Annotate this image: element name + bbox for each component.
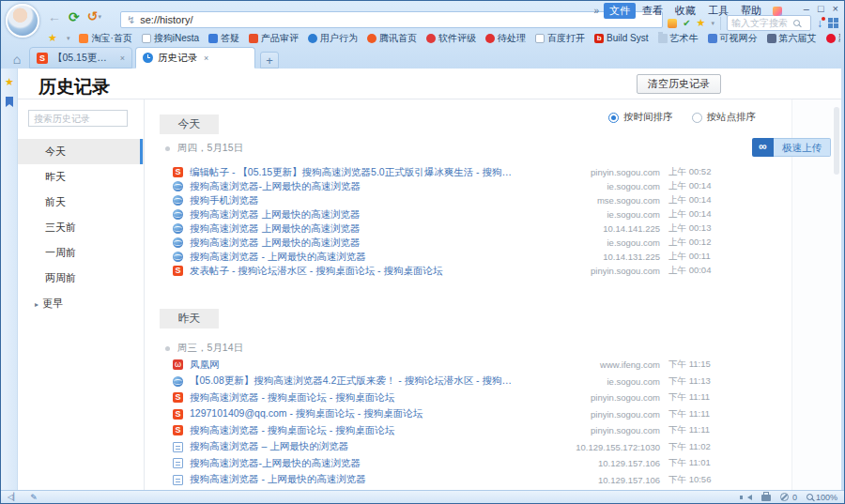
bookmark-flag-icon[interactable]: [6, 97, 13, 107]
history-row[interactable]: 搜狗高速浏览器-上网最快的高速浏览器10.129.157.106下午 11:01: [173, 455, 729, 472]
menu-item-帮助[interactable]: 帮助: [735, 3, 767, 19]
address-bar[interactable]: ↯ se://history/: [120, 11, 663, 28]
feedback-icon[interactable]: ✎: [30, 493, 38, 502]
expand-arrow-icon[interactable]: ▸: [35, 300, 38, 309]
bookmark-item[interactable]: 待处理: [485, 32, 526, 45]
refresh-icon[interactable]: ⟳: [69, 9, 80, 24]
sidebar-item-今天[interactable]: 今天: [18, 139, 144, 164]
sidebar-item-更早[interactable]: ▸更早: [18, 291, 144, 316]
history-row[interactable]: 搜狗高速浏览器 上网最快的高速浏览器ie.sogou.com上午 00:14: [173, 207, 729, 221]
toolbar-search-input[interactable]: [731, 18, 793, 28]
bookmark-item[interactable]: 答疑: [208, 32, 239, 45]
download-manager-icon[interactable]: ↓: [817, 18, 822, 29]
bookmark-item[interactable]: 第六届艾: [767, 32, 817, 45]
history-row[interactable]: ω凤凰网www.ifeng.com下午 11:15: [173, 357, 729, 374]
download-tray-icon[interactable]: [761, 495, 771, 501]
history-title-link[interactable]: 搜狗高速浏览器 - 上网最快的高速浏览器: [190, 473, 517, 486]
sidebar-item-三天前[interactable]: 三天前: [18, 215, 144, 240]
favorites-dropdown-icon[interactable]: ▾: [711, 20, 714, 27]
minimize-button[interactable]: –: [804, 2, 809, 15]
menu-item-查看[interactable]: 查看: [637, 3, 668, 19]
user-avatar[interactable]: [6, 4, 39, 38]
bookmark-item[interactable]: bBuild Syst: [594, 33, 648, 43]
skin-icon[interactable]: [668, 19, 677, 28]
zoom-icon[interactable]: [807, 494, 813, 500]
bookmark-item[interactable]: 软件评级: [426, 32, 476, 45]
history-row[interactable]: 搜狗高速浏览器 - 上网最快的高速浏览器10.14.131.225上午 00:1…: [173, 250, 729, 264]
bookmark-item[interactable]: 百度打开: [535, 32, 585, 45]
security-check-icon[interactable]: ✔: [683, 19, 690, 28]
history-title-link[interactable]: 搜狗高速浏览器 上网最快的高速浏览器: [190, 237, 517, 250]
sidebar-item-两周前[interactable]: 两周前: [18, 266, 144, 291]
history-title-link[interactable]: 搜狗高速浏览器 - 上网最快的高速浏览器: [190, 251, 517, 264]
history-row[interactable]: S发表帖子 - 搜狗论坛潜水区 - 搜狗桌面论坛 - 搜狗桌面论坛pinyin.…: [173, 264, 729, 278]
history-title-link[interactable]: 【05.08更新】搜狗高速浏览器4.2正式版来袭！ - 搜狗论坛潜水区 - 搜狗…: [190, 374, 517, 388]
tab-inactive[interactable]: S【05.15更新】搜狗高速浏...×: [29, 47, 132, 69]
binoculars-icon[interactable]: ∞: [752, 138, 774, 157]
sidebar-item-前天[interactable]: 前天: [18, 190, 144, 215]
menu-item-收藏[interactable]: 收藏: [669, 3, 701, 19]
history-title-link[interactable]: 搜狗高速浏览器 – 上网最快的浏览器: [190, 440, 517, 453]
upload-button[interactable]: 极速上传: [774, 138, 831, 157]
history-title-link[interactable]: 1297101409@qq.com - 搜狗桌面论坛 - 搜狗桌面论坛: [190, 407, 517, 420]
history-title-link[interactable]: 搜狗高速浏览器 - 搜狗桌面论坛 - 搜狗桌面论坛: [190, 424, 517, 437]
bookmark-item[interactable]: 用户行为: [308, 32, 358, 45]
history-row[interactable]: S搜狗高速浏览器 - 搜狗桌面论坛 - 搜狗桌面论坛pinyin.sogou.c…: [173, 389, 729, 406]
apps-grid-icon[interactable]: [828, 18, 838, 28]
history-row[interactable]: S编辑帖子 - 【05.15更新】搜狗高速浏览器5.0正式版引爆冰爽生活 - 搜…: [173, 165, 729, 179]
sidebar-item-昨天[interactable]: 昨天: [18, 164, 144, 190]
history-title-link[interactable]: 编辑帖子 - 【05.15更新】搜狗高速浏览器5.0正式版引爆冰爽生活 - 搜狗…: [190, 166, 517, 179]
bookmark-item[interactable]: 艺术牛: [658, 32, 699, 45]
history-row[interactable]: S搜狗高速浏览器 - 搜狗桌面论坛 - 搜狗桌面论坛pinyin.sogou.c…: [173, 422, 729, 439]
bookmark-item[interactable]: 搜狗iNesta: [142, 32, 199, 45]
speaker-icon[interactable]: [747, 495, 752, 500]
history-row[interactable]: 搜狗手机浏览器mse.sogou.com上午 00:14: [173, 193, 729, 207]
bookmark-item[interactable]: 腾讯首页: [367, 32, 417, 45]
tab-active[interactable]: 历史记录×: [135, 47, 255, 69]
history-search-input[interactable]: [28, 110, 128, 127]
favorites-star-icon[interactable]: ★: [697, 18, 706, 28]
history-title-link[interactable]: 发表帖子 - 搜狗论坛潜水区 - 搜狗桌面论坛 - 搜狗桌面论坛: [190, 265, 517, 278]
close-button[interactable]: ×: [833, 2, 838, 15]
undo-dropdown-icon[interactable]: ▾: [98, 13, 101, 20]
bookmarks-star-icon[interactable]: ★: [48, 33, 57, 43]
history-row[interactable]: 搜狗高速浏览器 - 上网最快的高速浏览器10.129.157.106下午 10:…: [173, 472, 729, 489]
history-row[interactable]: 搜狗高速浏览器 上网最快的高速浏览器ie.sogou.com上午 00:12: [173, 236, 729, 250]
history-row[interactable]: S1297101409@qq.com - 搜狗桌面论坛 - 搜狗桌面论坛piny…: [173, 406, 729, 423]
history-title-link[interactable]: 搜狗高速浏览器 上网最快的高速浏览器: [190, 208, 517, 221]
history-row[interactable]: 【05.08更新】搜狗高速浏览器4.2正式版来袭！ - 搜狗论坛潜水区 - 搜狗…: [173, 374, 729, 390]
bookmark-item[interactable]: 可视网分: [708, 32, 758, 45]
search-icon[interactable]: [793, 20, 800, 26]
menu-overflow-icon[interactable]: »: [593, 6, 599, 16]
home-button[interactable]: ⌂: [5, 50, 29, 69]
bookmark-item[interactable]: 新浪首页: [826, 32, 840, 45]
history-title-link[interactable]: 搜狗手机浏览器: [190, 194, 517, 207]
menu-item-文件[interactable]: 文件: [604, 3, 636, 19]
bookmark-item[interactable]: 产品审评: [249, 32, 299, 45]
history-row[interactable]: 搜狗高速浏览器-上网最快的高速浏览器ie.sogou.com上午 00:14: [173, 179, 729, 193]
history-title-link[interactable]: 搜狗高速浏览器-上网最快的高速浏览器: [190, 457, 517, 470]
undo-icon[interactable]: ↺▾: [87, 8, 101, 24]
history-row[interactable]: 搜狗高速浏览器 上网最快的高速浏览器10.14.141.225上午 00:13: [173, 221, 729, 236]
upload-widget[interactable]: ∞ 极速上传: [752, 138, 831, 157]
tab-close-icon[interactable]: ×: [204, 53, 208, 63]
zoom-control[interactable]: 100%: [807, 493, 837, 502]
menu-item-工具[interactable]: 工具: [702, 3, 734, 19]
bookmarks-dropdown-icon[interactable]: ▾: [67, 35, 70, 42]
bookmark-item[interactable]: 淘宝·首页: [79, 32, 131, 45]
restore-button[interactable]: □: [818, 2, 824, 15]
new-tab-button[interactable]: +: [260, 52, 279, 69]
history-title-link[interactable]: 搜狗高速浏览器 上网最快的高速浏览器: [190, 222, 517, 236]
history-title-link[interactable]: 凤凰网: [190, 359, 517, 372]
skin-theme-icon[interactable]: [773, 7, 782, 16]
tab-close-icon[interactable]: ×: [120, 53, 125, 63]
favorites-panel-icon[interactable]: ★: [5, 76, 14, 88]
history-title-link[interactable]: 搜狗高速浏览器 - 搜狗桌面论坛 - 搜狗桌面论坛: [190, 391, 517, 405]
sidebar-toggle-icon[interactable]: ◁▏: [8, 493, 19, 501]
adblock-icon[interactable]: [780, 493, 789, 501]
history-title-link[interactable]: 搜狗高速浏览器-上网最快的高速浏览器: [190, 180, 517, 193]
clear-history-button[interactable]: 清空历史记录: [637, 74, 721, 94]
history-row[interactable]: 搜狗高速浏览器 – 上网最快的浏览器10.129.155.172:1030下午 …: [173, 439, 729, 456]
sidebar-item-一周前[interactable]: 一周前: [18, 240, 144, 266]
back-icon[interactable]: ←: [48, 9, 61, 24]
